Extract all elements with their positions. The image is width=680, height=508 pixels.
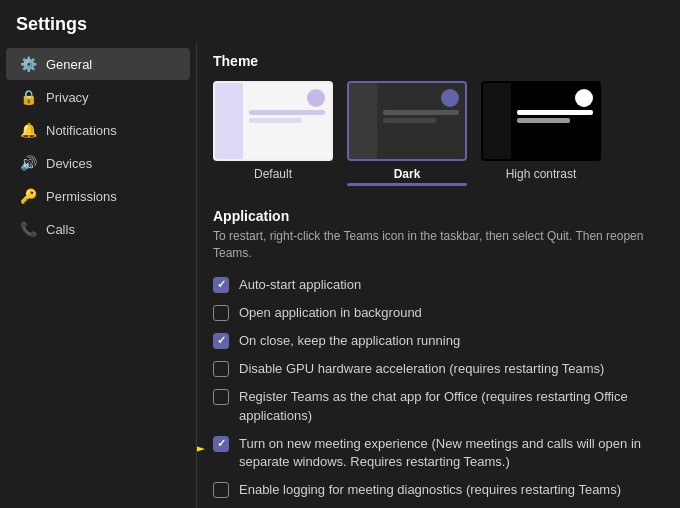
calls-icon: 📞: [20, 221, 36, 237]
checkbox-keep_running[interactable]: [213, 333, 229, 349]
checkbox-label-disable_gpu: Disable GPU hardware acceleration (requi…: [239, 360, 604, 378]
checkbox-label-open_background: Open application in background: [239, 304, 422, 322]
theme-dark-label: Dark: [394, 167, 421, 181]
notifications-icon: 🔔: [20, 122, 36, 138]
theme-section-title: Theme: [213, 53, 660, 69]
permissions-icon: 🔑: [20, 188, 36, 204]
theme-hc-label: High contrast: [506, 167, 577, 181]
svg-marker-1: [197, 443, 205, 455]
checkbox-register_chat[interactable]: [213, 389, 229, 405]
theme-hc-card[interactable]: High contrast: [481, 81, 601, 186]
sidebar-item-label-calls: Calls: [46, 222, 75, 237]
yellow-arrow-icon: [197, 439, 205, 462]
sidebar-item-label-privacy: Privacy: [46, 90, 89, 105]
checkbox-label-register_chat: Register Teams as the chat app for Offic…: [239, 388, 660, 424]
checkbox-open_background[interactable]: [213, 305, 229, 321]
theme-dark-card[interactable]: Dark: [347, 81, 467, 186]
application-section-title: Application: [213, 208, 660, 224]
sidebar: ⚙️General🔒Privacy🔔Notifications🔊Devices🔑…: [0, 43, 196, 508]
checkbox-auto_start[interactable]: [213, 277, 229, 293]
theme-default-card[interactable]: Default: [213, 81, 333, 186]
privacy-icon: 🔒: [20, 89, 36, 105]
checkbox-row-open_background: Open application in background: [213, 304, 660, 322]
sidebar-item-general[interactable]: ⚙️General: [6, 48, 190, 80]
checkbox-label-keep_running: On close, keep the application running: [239, 332, 460, 350]
application-description: To restart, right-click the Teams icon i…: [213, 228, 660, 262]
sidebar-item-privacy[interactable]: 🔒Privacy: [6, 81, 190, 113]
sidebar-item-label-general: General: [46, 57, 92, 72]
checkbox-row-auto_start: Auto-start application: [213, 276, 660, 294]
theme-dark-preview: [347, 81, 467, 161]
theme-selected-indicator: [347, 183, 467, 186]
sidebar-item-calls[interactable]: 📞Calls: [6, 213, 190, 245]
devices-icon: 🔊: [20, 155, 36, 171]
sidebar-item-permissions[interactable]: 🔑Permissions: [6, 180, 190, 212]
arrow-svg: [197, 439, 205, 459]
checkbox-label-auto_start: Auto-start application: [239, 276, 361, 294]
checkbox-enable_logging[interactable]: [213, 482, 229, 498]
main-content: Theme Default: [197, 43, 680, 508]
theme-default-preview: [213, 81, 333, 161]
checkbox-row-register_chat: Register Teams as the chat app for Offic…: [213, 388, 660, 424]
checkbox-label-new_meeting: Turn on new meeting experience (New meet…: [239, 435, 660, 471]
sidebar-item-devices[interactable]: 🔊Devices: [6, 147, 190, 179]
checkbox-disable_gpu[interactable]: [213, 361, 229, 377]
checkbox-new_meeting[interactable]: [213, 436, 229, 452]
checkbox-row-enable_logging: Enable logging for meeting diagnostics (…: [213, 481, 660, 499]
checkbox-row-disable_gpu: Disable GPU hardware acceleration (requi…: [213, 360, 660, 378]
checkbox-row-keep_running: On close, keep the application running: [213, 332, 660, 350]
checkbox-label-enable_logging: Enable logging for meeting diagnostics (…: [239, 481, 621, 499]
theme-default-label: Default: [254, 167, 292, 181]
sidebar-item-notifications[interactable]: 🔔Notifications: [6, 114, 190, 146]
checkbox-row-new_meeting: Turn on new meeting experience (New meet…: [213, 435, 660, 471]
sidebar-item-label-permissions: Permissions: [46, 189, 117, 204]
theme-options: Default Dark: [213, 81, 660, 186]
sidebar-item-label-devices: Devices: [46, 156, 92, 171]
general-icon: ⚙️: [20, 56, 36, 72]
sidebar-item-label-notifications: Notifications: [46, 123, 117, 138]
theme-hc-preview: [481, 81, 601, 161]
page-title: Settings: [16, 14, 664, 35]
